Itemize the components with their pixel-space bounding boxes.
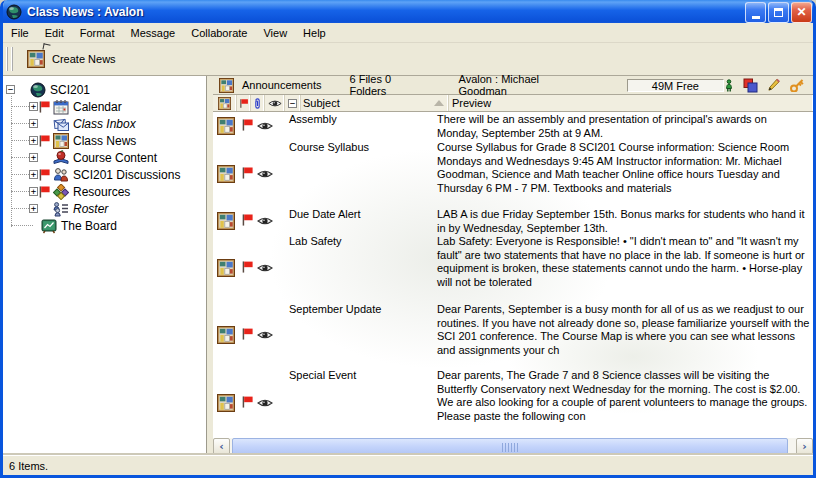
calendar-icon bbox=[52, 99, 70, 115]
menu-help[interactable]: Help bbox=[295, 25, 334, 41]
message-row[interactable]: Course Syllabus Course Syllabus for Grad… bbox=[213, 140, 813, 207]
close-button[interactable]: ✕ bbox=[791, 2, 812, 23]
message-list: Assembly There will be an assembly and p… bbox=[213, 112, 813, 438]
flag-icon bbox=[241, 213, 254, 227]
eye-icon bbox=[257, 263, 273, 273]
tree-item-sci201[interactable]: − SCI201 bbox=[3, 81, 206, 98]
message-row[interactable]: Assembly There will be an assembly and p… bbox=[213, 112, 813, 140]
message-subject: Assembly bbox=[289, 113, 435, 127]
column-flag-icon[interactable] bbox=[237, 95, 251, 111]
tree-item-label: Calendar bbox=[72, 100, 122, 114]
tree-item-class-inbox[interactable]: + Class Inbox bbox=[3, 115, 206, 132]
message-preview: Lab Safety: Everyone is Responsible! • "… bbox=[437, 235, 811, 289]
maximize-button[interactable] bbox=[768, 2, 789, 23]
flag-icon bbox=[241, 118, 254, 132]
layers-icon[interactable] bbox=[743, 78, 758, 93]
message-subject: Course Syllabus bbox=[289, 141, 435, 155]
create-news-icon bbox=[27, 50, 45, 68]
news-board-icon bbox=[217, 259, 235, 277]
file-count: 6 Files 0 Folders bbox=[350, 73, 429, 97]
horizontal-scrollbar[interactable]: ‹ › bbox=[213, 438, 813, 455]
globe-icon bbox=[29, 82, 47, 98]
tree-item-label: SCI201 Discussions bbox=[72, 168, 180, 182]
create-news-label: Create News bbox=[52, 53, 116, 65]
minimize-button[interactable] bbox=[745, 2, 766, 23]
pane-header: Announcements 6 Files 0 Folders Avalon :… bbox=[213, 76, 813, 95]
scroll-right-button[interactable]: › bbox=[796, 438, 813, 455]
message-row[interactable]: Lab Safety Lab Safety: Everyone is Respo… bbox=[213, 234, 813, 302]
conference-tree-pane: − SCI201 + Calendar + Class Inbox bbox=[3, 76, 207, 455]
key-icon[interactable] bbox=[790, 78, 805, 92]
flag-icon bbox=[241, 166, 254, 180]
menu-message[interactable]: Message bbox=[123, 25, 184, 41]
tree-item-course-content[interactable]: + Course Content bbox=[3, 149, 206, 166]
tree-item-label: Class Inbox bbox=[72, 117, 136, 131]
expand-expander[interactable]: + bbox=[29, 102, 38, 111]
toolbar: Create News bbox=[3, 43, 813, 76]
menu-file[interactable]: File bbox=[3, 25, 37, 41]
tree-item-class-news[interactable]: + Class News bbox=[3, 132, 206, 149]
column-eye-icon[interactable] bbox=[265, 95, 285, 111]
flag-icon bbox=[38, 168, 51, 182]
collapse-all-box-icon[interactable]: − bbox=[285, 95, 301, 111]
expand-expander[interactable]: + bbox=[29, 170, 38, 179]
tree-item-the-board[interactable]: The Board bbox=[3, 217, 206, 234]
news-board-icon bbox=[217, 212, 235, 230]
expand-expander[interactable]: + bbox=[29, 204, 38, 213]
app-globe-icon bbox=[6, 4, 22, 20]
expand-expander[interactable]: + bbox=[29, 136, 38, 145]
announcements-pane: Announcements 6 Files 0 Folders Avalon :… bbox=[213, 76, 813, 455]
message-subject: September Update bbox=[289, 303, 435, 317]
message-row[interactable]: Special Event Dear parents, The Grade 7 … bbox=[213, 368, 813, 438]
message-preview: Course Syllabus for Grade 8 SCI201 Cours… bbox=[437, 141, 811, 195]
tree-item-roster[interactable]: + Roster bbox=[3, 200, 206, 217]
permission-icons bbox=[724, 78, 805, 93]
news-board-icon bbox=[217, 394, 235, 412]
tree-item-label: Roster bbox=[72, 202, 108, 216]
no-flag bbox=[38, 117, 51, 131]
message-preview: There will be an assembly and presentati… bbox=[437, 113, 811, 140]
column-paperclip-icon[interactable] bbox=[251, 95, 265, 111]
message-subject: Due Date Alert bbox=[289, 208, 435, 222]
item-count: 6 Items. bbox=[9, 460, 48, 472]
tree-item-calendar[interactable]: + Calendar bbox=[3, 98, 206, 115]
expand-expander[interactable]: + bbox=[29, 119, 38, 128]
column-preview[interactable]: Preview bbox=[449, 95, 813, 111]
discussions-icon bbox=[52, 167, 70, 183]
menu-view[interactable]: View bbox=[255, 25, 295, 41]
create-news-button[interactable]: Create News bbox=[23, 48, 120, 70]
status-bar: 6 Items. bbox=[3, 455, 813, 475]
scroll-left-button[interactable]: ‹ bbox=[213, 438, 230, 455]
application-window: Class News : Avalon ✕ File Edit Format M… bbox=[0, 0, 816, 478]
menu-format[interactable]: Format bbox=[72, 25, 123, 41]
new-item-kicker-icon bbox=[42, 43, 50, 50]
message-preview: Dear Parents, September is a busy month … bbox=[437, 303, 811, 357]
collapse-expander[interactable]: − bbox=[6, 85, 15, 94]
expand-expander[interactable]: + bbox=[29, 187, 38, 196]
flag-icon bbox=[38, 134, 51, 148]
menu-edit[interactable]: Edit bbox=[37, 25, 72, 41]
tree-item-label: Resources bbox=[72, 185, 130, 199]
no-flag bbox=[38, 151, 51, 165]
column-subject[interactable]: Subject bbox=[301, 95, 449, 111]
person-icon[interactable] bbox=[724, 79, 734, 92]
eye-icon bbox=[257, 330, 273, 340]
tree-item-sci201-discussions[interactable]: + SCI201 Discussions bbox=[3, 166, 206, 183]
message-row[interactable]: Due Date Alert LAB A is due Friday Septe… bbox=[213, 207, 813, 234]
expand-expander[interactable]: + bbox=[29, 153, 38, 162]
flag-icon bbox=[241, 395, 254, 409]
main-area: − SCI201 + Calendar + Class Inbox bbox=[3, 76, 813, 455]
inbox-icon bbox=[52, 116, 70, 132]
column-news-icon[interactable] bbox=[213, 95, 237, 111]
menu-bar: File Edit Format Message Collaborate Vie… bbox=[3, 23, 813, 43]
scrollbar-thumb[interactable] bbox=[232, 438, 788, 455]
pencil-icon[interactable] bbox=[767, 78, 781, 92]
flag-icon bbox=[241, 260, 254, 274]
menu-collaborate[interactable]: Collaborate bbox=[183, 25, 255, 41]
tree-item-resources[interactable]: + Resources bbox=[3, 183, 206, 200]
message-row[interactable]: September Update Dear Parents, September… bbox=[213, 302, 813, 368]
toolbar-drag-handle[interactable] bbox=[6, 47, 13, 71]
message-subject: Lab Safety bbox=[289, 235, 435, 249]
eye-icon bbox=[257, 398, 273, 408]
message-preview: Dear parents, The Grade 7 and 8 Science … bbox=[437, 369, 811, 423]
